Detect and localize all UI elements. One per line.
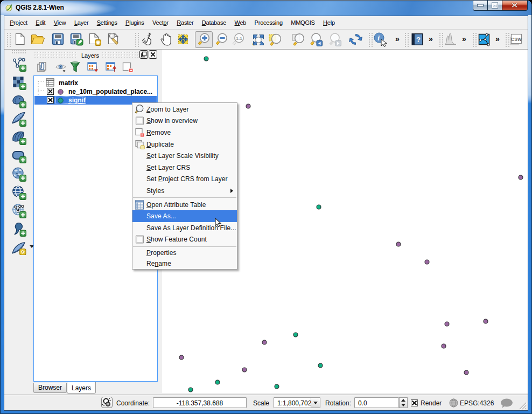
svg-text:?: ?: [416, 36, 421, 44]
svg-text:1:1: 1:1: [236, 36, 242, 41]
svg-text:i: i: [377, 34, 380, 42]
svg-text:CSW: CSW: [511, 37, 522, 42]
